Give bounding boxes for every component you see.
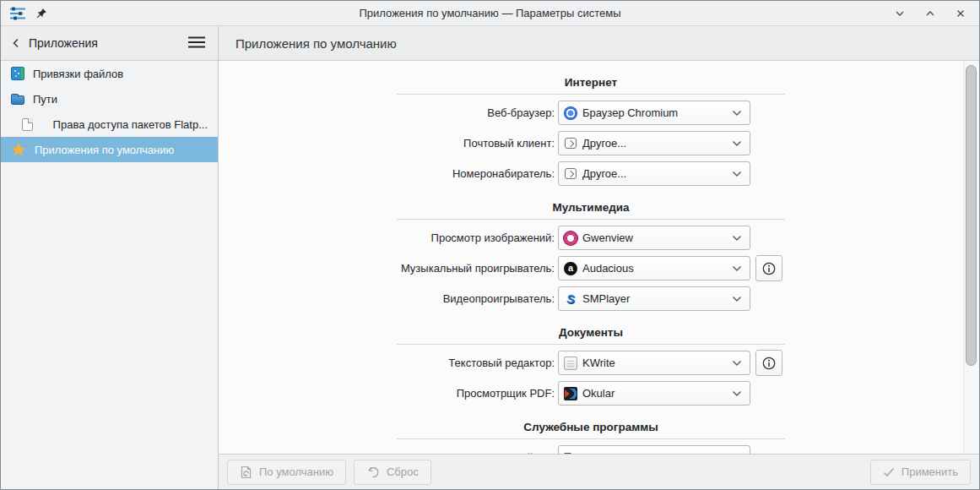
web-browser-combobox[interactable]: Браузер Chromium [558, 101, 750, 125]
star-icon [11, 143, 26, 157]
row-pdf-viewer: Просмотрщик PDF: Okular [397, 381, 785, 406]
music-player-combobox[interactable]: Audacious [558, 256, 750, 280]
section-title-documents: Документы [397, 324, 785, 341]
section-title-internet: Интернет [397, 74, 785, 91]
section-separator [397, 94, 785, 95]
sidebar-item-label: Приложения по умолчанию [35, 144, 174, 156]
combobox-value: KWrite [582, 357, 727, 369]
chevron-down-icon [732, 110, 744, 117]
pdf-viewer-label: Просмотрщик PDF: [397, 387, 558, 400]
section-title-multimedia: Мультимедиа [397, 199, 785, 216]
row-dialer: Номеронабиратель: Другое... [397, 161, 785, 186]
pdf-viewer-combobox[interactable]: Okular [558, 381, 750, 406]
back-label: Приложения [29, 36, 98, 50]
row-video-player: Видеопроигрыватель: SMPlayer [397, 286, 785, 311]
scrollbar-thumb[interactable] [966, 65, 977, 366]
combobox-value: Gwenview [582, 231, 727, 244]
sidebar: Приложения Привязки файлов Пути Права до… [1, 26, 219, 489]
chevron-down-icon [732, 296, 744, 302]
section-separator [397, 219, 785, 220]
defaults-button[interactable]: По умолчанию [227, 460, 346, 485]
audacious-icon [564, 262, 577, 275]
combobox-value: SMPlayer [582, 292, 727, 305]
content-scroll-area: Интернет Веб-браузер: Браузер Chromium П… [219, 61, 979, 454]
info-icon [761, 356, 777, 371]
image-viewer-combobox[interactable]: Gwenview [558, 226, 750, 250]
row-image-viewer: Просмотр изображений: Gwenview [397, 226, 785, 250]
sidebar-list: Привязки файлов Пути Права доступа пакет… [1, 61, 218, 162]
text-editor-combobox[interactable]: KWrite [558, 351, 750, 375]
apply-button-label: Применить [901, 466, 958, 478]
text-editor-info-button[interactable] [755, 350, 782, 376]
hamburger-menu-button[interactable] [186, 34, 208, 53]
section-separator [397, 344, 785, 345]
row-web-browser: Веб-браузер: Браузер Chromium [397, 101, 785, 125]
combobox-value: Другое... [582, 167, 727, 180]
chevron-down-icon [732, 360, 744, 367]
file-associations-icon [11, 67, 24, 80]
combobox-value: Audacious [582, 262, 727, 275]
kwrite-icon [564, 357, 577, 370]
email-client-combobox[interactable]: Другое... [558, 131, 750, 155]
sidebar-item-paths[interactable]: Пути [1, 86, 218, 112]
sidebar-item-label: Привязки файлов [33, 68, 123, 80]
sidebar-item-label: Права доступа пакетов Flatp... [53, 118, 208, 131]
web-browser-label: Веб-браузер: [397, 106, 558, 119]
file-manager-combobox[interactable]: Dolphin [558, 445, 750, 454]
other-app-icon [565, 138, 577, 149]
section-title-utilities: Служебные программы [397, 419, 785, 436]
combobox-value: Другое... [582, 137, 727, 150]
window-title: Приложения по умолчанию — Параметры сист… [1, 7, 979, 19]
undo-icon [366, 466, 380, 479]
section-separator [397, 438, 785, 439]
music-player-label: Музыкальный проигрыватель: [397, 262, 558, 275]
row-file-manager: Диспетчер файлов: Dolphin [397, 445, 785, 454]
okular-icon [564, 387, 577, 400]
scrollbar-track[interactable] [963, 61, 979, 454]
reset-button[interactable]: Сброс [354, 460, 431, 485]
image-viewer-label: Просмотр изображений: [397, 231, 558, 244]
chevron-down-icon [732, 171, 744, 177]
maximize-button[interactable] [923, 7, 937, 20]
combobox-value: Okular [582, 387, 727, 400]
chevron-down-icon [732, 235, 744, 242]
chevron-down-icon [732, 140, 744, 147]
row-email-client: Почтовый клиент: Другое... [397, 131, 785, 155]
video-player-combobox[interactable]: SMPlayer [558, 286, 750, 311]
row-text-editor: Текстовый редактор: KWrite [397, 351, 785, 375]
defaults-button-label: По умолчанию [259, 466, 333, 478]
sidebar-item-flatpak-permissions[interactable]: Права доступа пакетов Flatp... [1, 112, 218, 137]
row-music-player: Музыкальный проигрыватель: Audacious [397, 256, 785, 280]
document-revert-icon [240, 466, 252, 479]
dialer-label: Номеронабиратель: [397, 167, 558, 180]
video-player-label: Видеопроигрыватель: [397, 292, 558, 305]
close-button[interactable] [954, 7, 967, 20]
gwenview-icon [564, 231, 577, 245]
chevron-down-icon [732, 265, 744, 272]
email-client-label: Почтовый клиент: [397, 137, 558, 150]
sidebar-header: Приложения [1, 26, 218, 61]
apply-button[interactable]: Применить [870, 460, 971, 485]
music-player-info-button[interactable] [755, 255, 782, 281]
titlebar: Приложения по умолчанию — Параметры сист… [1, 1, 979, 26]
sidebar-item-file-associations[interactable]: Привязки файлов [1, 61, 218, 86]
dialer-combobox[interactable]: Другое... [558, 161, 750, 186]
smplayer-icon [564, 292, 577, 306]
footer-bar: По умолчанию Сброс Применить [219, 454, 979, 489]
minimize-button[interactable] [893, 7, 907, 20]
text-editor-label: Текстовый редактор: [397, 357, 558, 369]
reset-button-label: Сброс [387, 466, 419, 478]
sidebar-item-default-applications[interactable]: Приложения по умолчанию [1, 137, 218, 162]
chromium-icon [564, 106, 577, 120]
check-icon [883, 467, 895, 477]
page-title: Приложения по умолчанию [236, 36, 397, 51]
document-icon [22, 118, 33, 131]
combobox-value: Браузер Chromium [582, 106, 727, 119]
back-chevron-icon [11, 38, 21, 48]
back-button[interactable]: Приложения [11, 36, 98, 50]
system-settings-window: Приложения по умолчанию — Параметры сист… [0, 0, 980, 490]
other-app-icon [565, 168, 577, 179]
chevron-down-icon [732, 390, 744, 397]
content-header: Приложения по умолчанию [219, 26, 979, 61]
sidebar-item-label: Пути [33, 93, 57, 106]
